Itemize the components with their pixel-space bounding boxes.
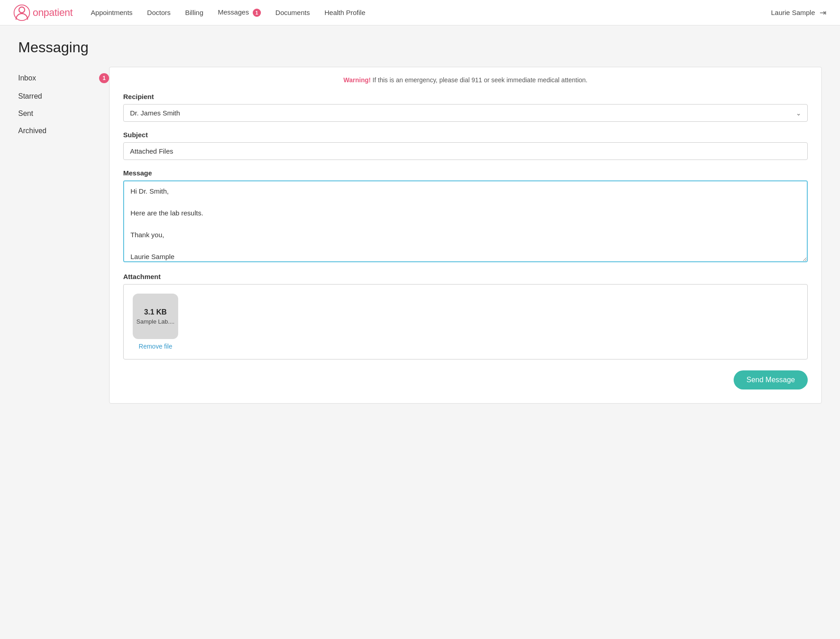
- svg-point-0: [19, 7, 25, 13]
- navbar: onpatient Appointments Doctors Billing M…: [0, 0, 840, 25]
- message-group: Message Hi Dr. Smith, Here are the lab r…: [123, 169, 808, 264]
- sidebar: Inbox 1 Starred Sent Archived: [18, 67, 109, 404]
- warning-text: If this is an emergency, please dial 911…: [371, 76, 588, 84]
- subject-group: Subject: [123, 131, 808, 160]
- main-content: Warning! If this is an emergency, please…: [109, 67, 822, 404]
- file-card: 3.1 KB Sample Lab.... Remove file: [133, 294, 178, 350]
- sidebar-item-inbox[interactable]: Inbox 1: [18, 69, 109, 88]
- page-title: Messaging: [18, 39, 822, 56]
- remove-file-button[interactable]: Remove file: [139, 343, 172, 350]
- warning-bold: Warning!: [344, 76, 371, 84]
- nav-messages[interactable]: Messages 1: [218, 8, 261, 17]
- nav-doctors[interactable]: Doctors: [147, 9, 171, 16]
- nav-appointments[interactable]: Appointments: [91, 9, 133, 16]
- attachment-label: Attachment: [123, 273, 808, 280]
- subject-label: Subject: [123, 131, 808, 139]
- inbox-badge: 1: [99, 73, 109, 83]
- attachment-group: Attachment 3.1 KB Sample Lab.... Remove …: [123, 273, 808, 359]
- content-layout: Inbox 1 Starred Sent Archived Warning! I…: [18, 67, 822, 404]
- file-name: Sample Lab....: [136, 318, 175, 325]
- recipient-label: Recipient: [123, 93, 808, 100]
- nav-billing[interactable]: Billing: [185, 9, 203, 16]
- recipient-select-wrapper: Dr. James Smith ⌄: [123, 104, 808, 122]
- send-row: Send Message: [123, 370, 808, 389]
- nav-links: Appointments Doctors Billing Messages 1 …: [91, 8, 771, 17]
- brand-logo[interactable]: onpatient: [14, 5, 73, 21]
- nav-health-profile[interactable]: Health Profile: [325, 9, 365, 16]
- brand-logo-icon: [14, 5, 30, 21]
- sidebar-item-starred[interactable]: Starred: [18, 88, 109, 105]
- logout-icon[interactable]: ⇥: [820, 8, 826, 18]
- send-message-button[interactable]: Send Message: [734, 370, 808, 389]
- file-size: 3.1 KB: [144, 308, 167, 316]
- nav-documents[interactable]: Documents: [275, 9, 310, 16]
- recipient-group: Recipient Dr. James Smith ⌄: [123, 93, 808, 122]
- recipient-select[interactable]: Dr. James Smith: [123, 104, 808, 122]
- subject-input[interactable]: [123, 142, 808, 160]
- message-label: Message: [123, 169, 808, 177]
- nav-user: Laurie Sample ⇥: [771, 8, 826, 18]
- attachment-box: 3.1 KB Sample Lab.... Remove file: [123, 284, 808, 359]
- brand-name: onpatient: [33, 7, 73, 19]
- sidebar-item-archived[interactable]: Archived: [18, 122, 109, 140]
- messages-badge: 1: [253, 9, 261, 17]
- user-name: Laurie Sample: [771, 9, 815, 16]
- warning-banner: Warning! If this is an emergency, please…: [123, 76, 808, 84]
- message-textarea[interactable]: Hi Dr. Smith, Here are the lab results. …: [123, 180, 808, 262]
- sidebar-item-sent[interactable]: Sent: [18, 105, 109, 122]
- file-thumbnail: 3.1 KB Sample Lab....: [133, 294, 178, 339]
